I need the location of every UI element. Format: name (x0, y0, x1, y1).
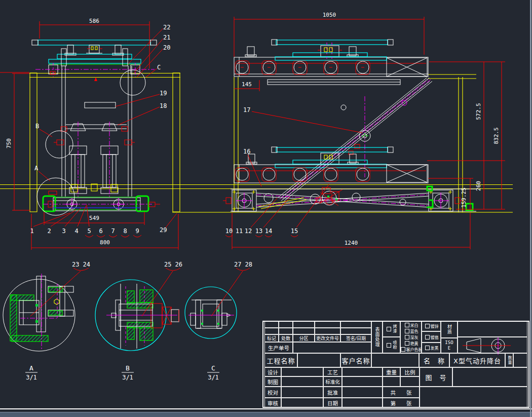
color-options-cell: 米白 蓝色 深灰 艳黄 客户色板 (400, 321, 422, 353)
drawing-no-value (452, 367, 527, 387)
sheet-bottom-border (0, 408, 532, 409)
window-bottom-bar (0, 412, 532, 417)
front-detail-rings (37, 70, 145, 215)
detail-c-callout: 27 28 (234, 261, 252, 268)
callout-12: 12 (245, 228, 252, 235)
finish-option-powder: 喷粉 (383, 337, 400, 353)
role-draft-label: 制图 (264, 376, 281, 387)
dim-832-5: 832.5 (493, 127, 500, 144)
project-name-value (297, 353, 340, 367)
role-standard-value (342, 376, 383, 387)
callout-1: 1 (30, 228, 33, 235)
custom-checkbox (401, 347, 405, 352)
side-frame (234, 77, 463, 212)
rev-header-count: 处数 (279, 334, 293, 342)
role-draft-value (281, 376, 323, 387)
callout-5: 5 (87, 228, 91, 235)
detail-b-callout: 25 26 (164, 261, 182, 268)
callout-16: 16 (243, 148, 250, 155)
blue-checkbox (405, 329, 409, 333)
callout-19: 19 (160, 90, 167, 97)
rev-empty (315, 328, 340, 334)
sheets-total: 共 张 (383, 387, 420, 398)
callout-8: 8 (123, 228, 127, 235)
color-option-custom: 客户色板 (400, 346, 422, 352)
role-process-value (342, 367, 383, 376)
role-date-label: 日期 (323, 398, 342, 408)
dim-586: 586 (89, 18, 99, 24)
side-callouts: 17 16 10 11 12 13 14 15 (225, 106, 362, 237)
blackened-label: 发黑 (431, 345, 439, 351)
rev-empty (264, 328, 279, 334)
color-option-yellow: 艳黄 (404, 340, 419, 346)
zinc-label: 镀锌 (431, 323, 439, 329)
callout-3: 3 (62, 228, 65, 235)
front-cylinders (54, 122, 135, 199)
rev-empty (279, 328, 293, 334)
customer-name-label: 客户名称 (340, 353, 371, 367)
rev-header-signdate: 签名/日期 (340, 334, 371, 342)
projection-std-cell: ISOE (441, 338, 458, 353)
detail-view-c: 27 28 C 3/1 (185, 261, 252, 381)
role-audit-value (281, 398, 323, 408)
callout-22: 22 (163, 24, 170, 31)
darkgray-label: 深灰 (410, 334, 419, 340)
cad-drawing-sheet: 586 750 549 800 22 21 20 C 19 18 B A 1 2… (0, 0, 532, 417)
role-check-label: 校对 (264, 387, 281, 398)
sheet-number: 第 张 (383, 398, 420, 408)
callout-15: 15 (291, 228, 298, 235)
offwhite-checkbox (405, 323, 409, 327)
qty-label: 数量 (507, 356, 511, 365)
color-option-blue: 蓝色 (404, 328, 419, 334)
side-base (223, 186, 476, 211)
callout-17: 17 (243, 106, 250, 113)
detail-view-b: 25 26 B 3/1 (95, 261, 182, 381)
window-right-edge (530, 0, 531, 417)
callout-9: 9 (135, 228, 139, 235)
callout-13: 13 (255, 228, 262, 235)
qty-value (513, 353, 527, 367)
dim-260: 260 (475, 181, 482, 191)
callout-B: B (35, 123, 39, 130)
rev-header-mark: 标记 (264, 334, 279, 342)
plating-option-blackened: 发黑 (422, 343, 441, 353)
powder-checkbox (387, 343, 391, 348)
detail-c-scale: 3/1 (208, 374, 219, 381)
color-option-darkgray: 深灰 (404, 334, 419, 340)
chrome-label: 镀铬 (431, 334, 439, 340)
rev-header-docno: 更改文件号 (315, 334, 340, 342)
qty-label-cell: 数量 (505, 353, 513, 367)
dim-572-5: 572.5 (475, 103, 482, 120)
offwhite-label: 米白 (410, 322, 419, 328)
finish-option-paint: 烤漆 (383, 321, 400, 337)
drawing-no-label: 图 号 (420, 367, 452, 387)
role-approve-label: 批准 (323, 387, 342, 398)
callout-11: 11 (236, 228, 243, 235)
callout-21: 21 (163, 34, 170, 41)
rev-empty (264, 321, 279, 328)
dim-1240: 1240 (345, 240, 358, 246)
callout-10: 10 (225, 228, 233, 235)
callout-4: 4 (74, 228, 78, 235)
yellow-label: 艳黄 (410, 340, 419, 346)
front-platform (32, 40, 157, 81)
callout-7: 7 (111, 228, 115, 235)
side-top-platform (245, 40, 400, 85)
surface-treatment-cell: 表面处理 (371, 321, 383, 353)
weight-label: 重量 (383, 367, 400, 376)
powder-label: 喷粉 (392, 340, 396, 350)
role-standard-label: 标准化 (323, 376, 342, 387)
projection-empty-cell (458, 321, 527, 337)
front-dimensions: 586 750 549 800 (6, 18, 178, 250)
role-process-label: 工艺 (323, 367, 342, 376)
projection-symbol-cell (458, 337, 527, 353)
callout-20: 20 (163, 44, 170, 51)
title-block: 标记 处数 分区 更改文件号 签名/日期 生产单号 工程名称 客户名称 名 称 … (262, 321, 529, 408)
role-approve-value (342, 387, 383, 398)
color-option-offwhite: 米白 (404, 322, 419, 328)
blackened-checkbox (425, 346, 430, 350)
rev-empty (340, 321, 371, 328)
yellow-checkbox (405, 341, 409, 346)
front-guides (62, 66, 132, 197)
customer-name-value (371, 353, 419, 367)
